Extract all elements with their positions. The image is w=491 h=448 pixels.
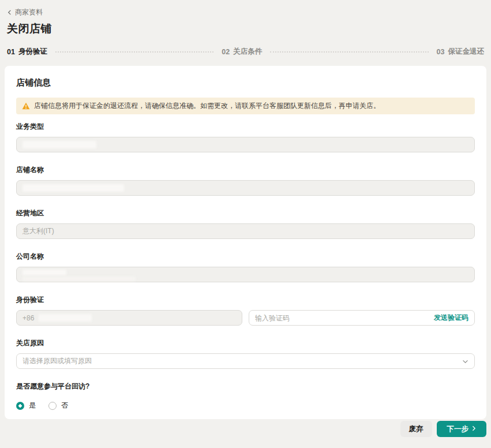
shop-name-input <box>16 180 475 196</box>
step-number: 02 <box>222 48 230 56</box>
field-closing-reason: 关店原因 请选择原因或填写原因 <box>16 338 475 369</box>
breadcrumb-label: 商家资料 <box>15 8 43 17</box>
redacted-value <box>23 141 96 148</box>
next-step-label: 下一步 <box>447 424 469 434</box>
step-label: 保证金退还 <box>448 47 485 57</box>
survey-question: 是否愿意参与平台回访? <box>16 382 475 391</box>
footer-actions: 废弃 下一步 <box>400 421 487 437</box>
step-closing-conditions: 02 关店条件 <box>222 47 262 57</box>
breadcrumb-back[interactable]: 商家资料 <box>7 8 43 17</box>
field-business-type: 业务类型 <box>16 122 475 152</box>
field-label: 公司名称 <box>16 252 475 262</box>
phone-prefix: +86 <box>23 314 34 322</box>
field-shop-name: 店铺名称 <box>16 165 475 196</box>
radio-unselected-icon <box>48 402 57 410</box>
phone-input: +86 <box>16 310 242 326</box>
step-connector <box>270 51 428 53</box>
company-name-input <box>16 267 475 282</box>
radio-label: 否 <box>61 401 68 410</box>
redacted-value <box>23 184 124 192</box>
field-company-name: 公司名称 <box>16 252 475 282</box>
chevron-right-icon <box>472 425 476 433</box>
chevron-left-icon <box>7 10 12 15</box>
radio-label: 是 <box>29 401 36 410</box>
field-identity-verification: 身份验证 +86 发送验证码 <box>16 295 475 326</box>
redacted-phone <box>39 314 92 322</box>
radio-yes[interactable]: 是 <box>16 401 36 410</box>
region-value: 意大利(IT) <box>23 226 54 236</box>
page-header: 商家资料 关闭店铺 <box>0 0 491 36</box>
step-number: 01 <box>7 48 15 56</box>
step-connector <box>55 51 213 53</box>
warning-text: 店铺信息将用于保证金的退还流程，请确保信息准确。如需更改，请联系平台客服团队更新… <box>34 101 380 111</box>
field-survey: 是否愿意参与平台回访? 是 否 <box>16 382 475 410</box>
verification-code-field: 发送验证码 <box>249 310 475 326</box>
step-indicator: 01 身份验证 02 关店条件 03 保证金退还 <box>0 36 491 57</box>
step-deposit-refund: 03 保证金退还 <box>437 47 484 57</box>
next-step-button[interactable]: 下一步 <box>437 421 487 437</box>
field-label: 经营地区 <box>16 208 475 218</box>
chevron-down-icon <box>462 357 468 365</box>
redacted-value <box>23 270 136 281</box>
field-region: 经营地区 意大利(IT) <box>16 208 475 239</box>
shop-info-card: 店铺信息 店铺信息将用于保证金的退还流程，请确保信息准确。如需更改，请联系平台客… <box>5 66 486 419</box>
closing-reason-select[interactable]: 请选择原因或填写原因 <box>16 353 475 369</box>
radio-selected-icon <box>16 402 24 410</box>
step-number: 03 <box>437 48 445 56</box>
warning-icon <box>22 102 30 110</box>
discard-button[interactable]: 废弃 <box>400 421 432 437</box>
field-label: 关店原因 <box>16 338 475 348</box>
field-label: 身份验证 <box>16 295 475 305</box>
warning-banner: 店铺信息将用于保证金的退还流程，请确保信息准确。如需更改，请联系平台客服团队更新… <box>16 98 475 114</box>
field-label: 店铺名称 <box>16 165 475 175</box>
card-title: 店铺信息 <box>16 77 475 88</box>
radio-no[interactable]: 否 <box>48 401 68 410</box>
step-label: 关店条件 <box>233 47 262 57</box>
step-label: 身份验证 <box>18 47 47 57</box>
region-input: 意大利(IT) <box>16 223 475 239</box>
page-title: 关闭店铺 <box>7 21 484 36</box>
select-placeholder: 请选择原因或填写原因 <box>23 356 92 366</box>
business-type-input <box>16 137 475 152</box>
field-label: 业务类型 <box>16 122 475 132</box>
step-identity-verification: 01 身份验证 <box>7 47 47 57</box>
verification-code-input[interactable] <box>255 314 429 322</box>
send-code-button[interactable]: 发送验证码 <box>434 313 468 323</box>
